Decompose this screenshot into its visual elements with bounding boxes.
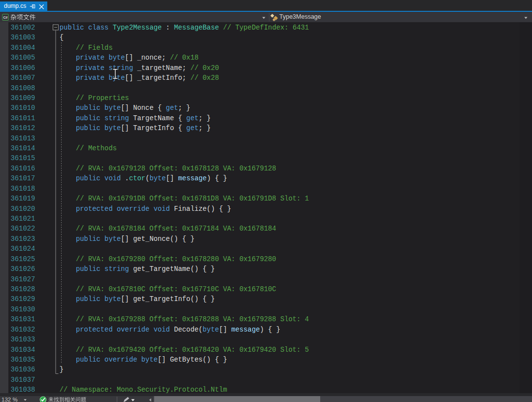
svg-text:C#: C#	[3, 15, 8, 19]
